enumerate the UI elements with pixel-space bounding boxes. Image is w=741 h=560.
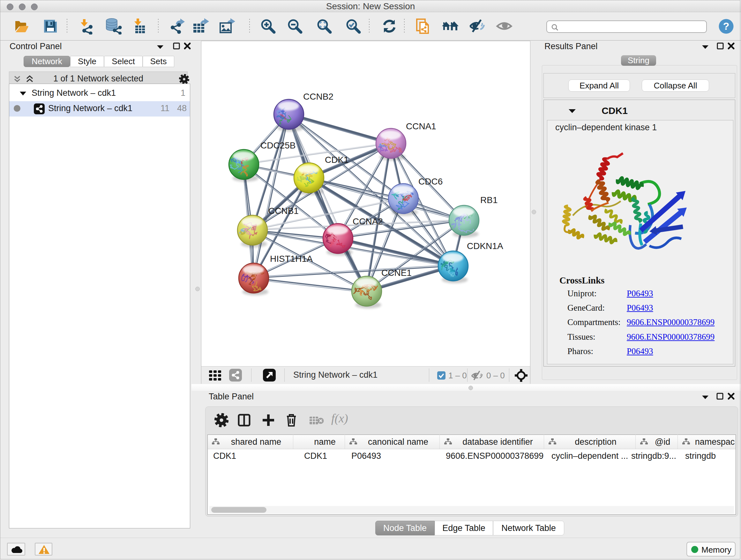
svg-text:CDKN1A: CDKN1A xyxy=(467,241,503,251)
svg-text:CDK1: CDK1 xyxy=(325,155,349,165)
svg-text:CCNB2: CCNB2 xyxy=(303,91,333,102)
svg-text:CDC6: CDC6 xyxy=(418,177,443,186)
svg-text:RB1: RB1 xyxy=(480,195,497,205)
svg-text:?: ? xyxy=(723,20,730,32)
svg-text:CCNE1: CCNE1 xyxy=(381,268,412,278)
svg-text:CCNA1: CCNA1 xyxy=(406,121,436,131)
svg-text:CDC25B: CDC25B xyxy=(260,140,295,150)
svg-text:CCNA2: CCNA2 xyxy=(353,216,383,226)
svg-text:HIST1H1A: HIST1H1A xyxy=(270,254,313,264)
svg-text:CCNB1: CCNB1 xyxy=(268,206,299,216)
